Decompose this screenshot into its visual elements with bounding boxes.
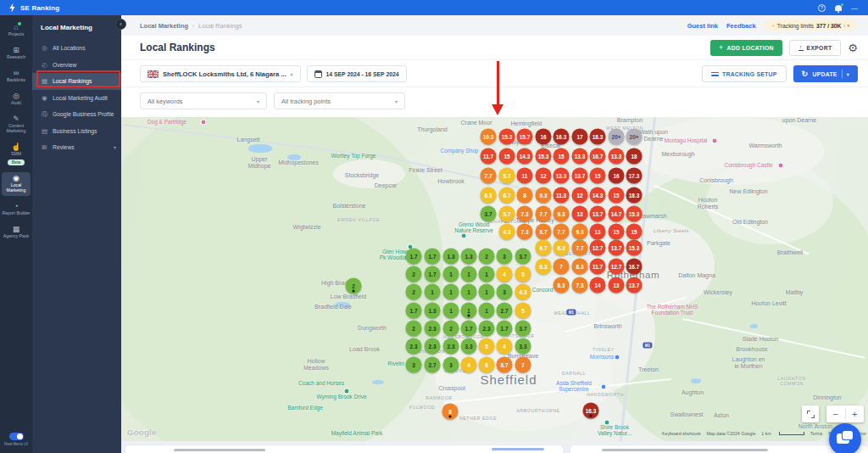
rank-bubble[interactable]: 4.3 (499, 224, 515, 240)
rank-bubble[interactable]: 5 (515, 303, 531, 319)
rank-bubble[interactable]: 1.3 (425, 303, 441, 319)
sidebar-item-local-rankings[interactable]: ▦Local Rankings (32, 73, 121, 90)
rank-bubble[interactable]: 1 (461, 284, 477, 300)
rank-bubble[interactable]: 2.7 (425, 357, 441, 373)
rank-bubble[interactable]: 12 (536, 168, 552, 184)
rank-bubble[interactable]: 2 (443, 321, 459, 337)
rank-bubble[interactable]: 5 (479, 338, 495, 355)
zoom-out-button[interactable]: − (826, 405, 845, 422)
rail-item-agency-pack[interactable]: ▦Agency Pack (2, 223, 31, 242)
rank-bubble[interactable]: 8 (517, 187, 533, 204)
rank-bubble[interactable]: 8 (442, 404, 459, 420)
map-poi-icon[interactable] (778, 163, 784, 169)
rank-bubble[interactable]: 13.3 (609, 148, 625, 165)
rank-bubble[interactable]: 12 (572, 187, 588, 204)
zoom-in-button[interactable]: + (846, 405, 865, 422)
rank-bubble[interactable]: 5 (515, 266, 531, 282)
rank-bubble[interactable]: 15 (609, 187, 625, 204)
rank-bubble[interactable]: 16.3 (583, 403, 599, 419)
rank-bubble[interactable]: 13.7 (609, 240, 625, 256)
rail-item-projects[interactable]: ⌂Projects (2, 21, 31, 40)
sidebar-item-reviews[interactable]: ⊞Reviews▾ (32, 139, 121, 156)
rank-bubble[interactable]: 14.3 (590, 187, 606, 204)
rank-bubble[interactable]: 7.3 (517, 206, 533, 222)
rank-bubble[interactable]: 8.7 (536, 224, 552, 240)
rank-bubble[interactable]: 12.7 (609, 259, 625, 275)
rank-bubble[interactable]: 1.7 (406, 249, 422, 265)
rank-bubble[interactable]: 3.7 (515, 249, 531, 265)
rail-item-backlinks[interactable]: ∞Backlinks (2, 67, 31, 86)
export-button[interactable]: ↑ EXPORT (789, 40, 842, 56)
sidebar-item-all-locations[interactable]: ◎All Locations (32, 40, 121, 57)
rank-bubble[interactable]: 13.3 (572, 148, 588, 165)
rank-bubble[interactable]: 2.3 (406, 338, 422, 355)
add-location-button[interactable]: + ADD LOCATION (710, 40, 782, 56)
rank-bubble[interactable]: 15 (499, 148, 515, 165)
rank-bubble[interactable]: 1 (443, 266, 459, 282)
tracking-limits-pill[interactable]: ◔ Tracking limits 377 / 30K i ▾ (765, 20, 856, 31)
rank-bubble[interactable]: 3 (443, 357, 459, 373)
keywords-filter[interactable]: All keywords ▾ (140, 92, 267, 109)
rank-bubble[interactable]: 7.3 (517, 224, 533, 240)
rank-bubble[interactable]: 17 (572, 129, 588, 145)
rank-bubble[interactable]: 6.7 (536, 240, 552, 256)
rank-bubble[interactable]: 11.3 (554, 187, 570, 204)
rank-bubble[interactable]: 20+ (626, 129, 643, 145)
rank-bubble[interactable]: 13 (609, 277, 625, 294)
rank-bubble[interactable]: 9.3 (572, 224, 588, 240)
rank-bubble[interactable]: 14.7 (609, 206, 625, 222)
new-menu-toggle[interactable] (9, 433, 24, 440)
sidebar-collapse-button[interactable]: ‹ (115, 19, 126, 30)
rank-bubble[interactable]: 15 (609, 224, 625, 240)
rank-bubble[interactable]: 1 (425, 284, 441, 300)
rank-bubble[interactable]: 9.3 (554, 206, 570, 222)
rail-item-smm[interactable]: ☝SMMBeta (2, 141, 31, 168)
settings-gear-icon[interactable]: ⚙ (848, 42, 858, 53)
rank-bubble[interactable]: 11.7 (481, 148, 497, 165)
rank-bubble[interactable]: 13 (572, 206, 588, 222)
help-icon[interactable]: ? (818, 4, 826, 12)
rank-bubble[interactable]: 2.3 (479, 321, 495, 337)
rank-bubble[interactable]: 1.3 (443, 249, 459, 265)
rank-bubble[interactable]: 1 (443, 303, 459, 319)
rank-bubble[interactable]: 6.3 (554, 240, 570, 256)
rank-bubble[interactable]: 5.7 (499, 168, 515, 184)
guest-link[interactable]: Guest link (687, 22, 718, 30)
rank-bubble[interactable]: 18 (626, 148, 643, 165)
rank-bubble[interactable]: 9.3 (536, 187, 552, 204)
tracking-points-filter[interactable]: All tracking points ▾ (274, 92, 405, 109)
chat-widget-button[interactable] (829, 423, 861, 453)
rank-bubble[interactable]: 13.7 (590, 206, 606, 222)
rank-bubble[interactable]: 16.3 (554, 129, 570, 145)
rank-bubble[interactable]: 7.7 (481, 168, 497, 184)
map-poi-icon[interactable] (461, 233, 467, 239)
rank-bubble[interactable]: 4 (461, 357, 477, 373)
rank-bubble[interactable]: 17.3 (626, 168, 643, 184)
rank-bubble[interactable]: 8.3 (554, 277, 570, 294)
rank-bubble[interactable]: 2 (406, 266, 422, 282)
map-poi-icon[interactable] (604, 420, 610, 426)
rank-bubble[interactable]: 13.7 (626, 277, 643, 294)
rank-bubble[interactable]: 4 (497, 266, 513, 282)
rank-bubble[interactable]: 1 (479, 266, 495, 282)
rank-bubble[interactable]: 2 (406, 284, 422, 300)
feedback-link[interactable]: Feedback (726, 22, 756, 30)
rank-bubble[interactable]: 1 (479, 284, 495, 300)
rank-bubble[interactable]: 2.7 (497, 303, 513, 319)
rank-bubble[interactable]: 4.3 (515, 284, 531, 300)
rank-bubble[interactable]: 13.7 (572, 168, 588, 184)
rank-bubble[interactable]: 1.7 (406, 303, 422, 319)
sidebar-item-business-listings[interactable]: ▤Business Listings (32, 123, 121, 140)
location-selector[interactable]: SheffLOCK Locksmiths Ltd, 6 Niagara ... … (140, 65, 301, 82)
rank-bubble[interactable]: 20+ (609, 129, 625, 145)
rank-bubble[interactable]: 2.3 (443, 338, 459, 355)
rank-bubble[interactable]: 2 (479, 249, 495, 265)
rank-bubble[interactable]: 1.7 (461, 321, 477, 337)
rail-item-report-builder[interactable]: ◔Report Builder (2, 200, 31, 219)
rank-bubble[interactable]: 8.7 (497, 357, 513, 373)
rail-item-local-marketing[interactable]: ◉Local Marketing (2, 172, 31, 196)
rank-bubble[interactable]: 16 (609, 168, 625, 184)
rank-bubble[interactable]: 16.7 (626, 259, 643, 275)
fullscreen-button[interactable] (802, 405, 819, 422)
sidebar-item-overview[interactable]: ◴Overview (32, 57, 121, 74)
